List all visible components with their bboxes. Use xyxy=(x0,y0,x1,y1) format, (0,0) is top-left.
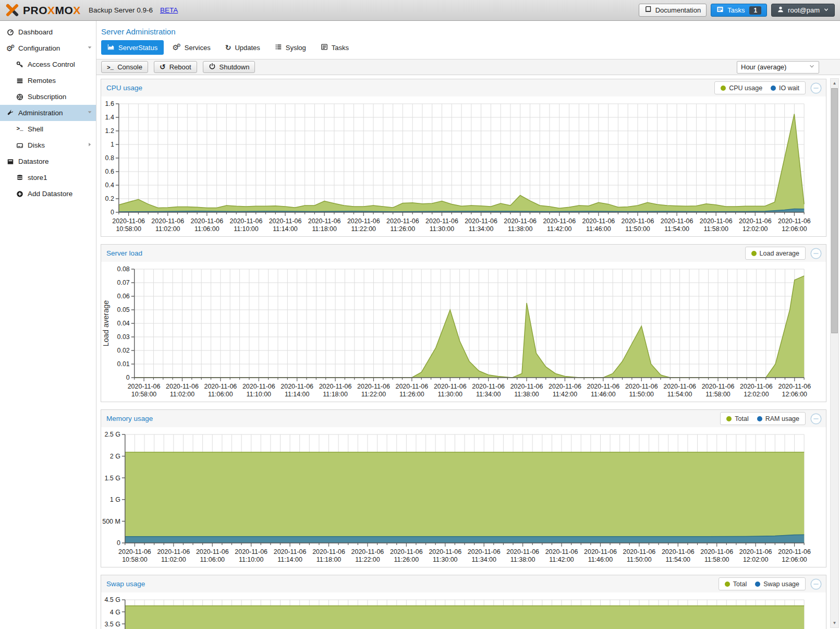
scroll-up-arrow[interactable]: ▲ xyxy=(831,79,838,87)
scrollbar-thumb[interactable] xyxy=(831,88,838,333)
svg-text:2020-11-06: 2020-11-06 xyxy=(429,548,461,555)
sidebar-item-administration[interactable]: Administration xyxy=(0,105,96,121)
svg-text:11:14:00: 11:14:00 xyxy=(273,225,298,233)
svg-text:0: 0 xyxy=(111,209,114,216)
sidebar-item-remotes[interactable]: Remotes xyxy=(0,72,96,89)
svg-text:11:30:00: 11:30:00 xyxy=(437,391,462,398)
svg-text:11:14:00: 11:14:00 xyxy=(277,556,302,563)
tasks-button[interactable]: Tasks 1 xyxy=(711,4,767,17)
svg-text:2020-11-06: 2020-11-06 xyxy=(778,383,811,390)
svg-text:10:58:00: 10:58:00 xyxy=(122,556,147,563)
legend-dot-icon xyxy=(751,251,757,256)
chart-memory-usage: 0500 M1 G1.5 G2 G2.5 G2020-11-0610:58:00… xyxy=(101,427,826,567)
svg-text:11:34:00: 11:34:00 xyxy=(469,225,494,233)
svg-text:11:06:00: 11:06:00 xyxy=(208,391,233,398)
time-range-select[interactable]: Hour (average) xyxy=(737,61,819,74)
vertical-scrollbar[interactable]: ▲ ▼ xyxy=(830,78,839,628)
panel-header: Memory usageTotalRAM usage xyxy=(101,410,826,427)
sidebar-item-datastore[interactable]: Datastore xyxy=(0,153,96,170)
panel-title: Memory usage xyxy=(106,415,153,422)
svg-text:11:02:00: 11:02:00 xyxy=(170,391,195,398)
svg-text:2020-11-06: 2020-11-06 xyxy=(157,548,190,555)
legend-dot-icon xyxy=(755,582,760,587)
svg-text:2020-11-06: 2020-11-06 xyxy=(425,217,458,225)
svg-text:2020-11-06: 2020-11-06 xyxy=(281,383,313,390)
svg-text:2.5 G: 2.5 G xyxy=(104,431,120,438)
svg-text:Load average: Load average xyxy=(102,300,110,347)
sidebar-item-access-control[interactable]: Access Control xyxy=(0,56,96,72)
svg-text:0.6: 0.6 xyxy=(105,168,114,175)
svg-text:0.07: 0.07 xyxy=(117,279,130,286)
collapse-panel-button[interactable] xyxy=(810,82,822,94)
panel-header: CPU usageCPU usageIO wait xyxy=(101,79,826,96)
svg-text:2020-11-06: 2020-11-06 xyxy=(740,383,773,390)
svg-text:12:06:00: 12:06:00 xyxy=(782,391,807,398)
legend-dot-icon xyxy=(771,86,776,91)
sidebar-item-label: Access Control xyxy=(28,61,75,68)
reboot-button[interactable]: ↺Reboot xyxy=(154,61,197,73)
svg-text:0.05: 0.05 xyxy=(117,306,130,313)
tab-tasks[interactable]: Tasks xyxy=(314,40,355,55)
panel-server-load: Server loadLoad average00.010.020.030.04… xyxy=(101,244,826,402)
user-menu-button[interactable]: root@pam xyxy=(771,4,835,17)
collapse-panel-button[interactable] xyxy=(810,578,822,590)
sidebar-item-store1[interactable]: store1 xyxy=(0,170,96,186)
beta-link[interactable]: BETA xyxy=(160,6,178,14)
shutdown-button[interactable]: Shutdown xyxy=(203,61,255,73)
svg-text:2020-11-06: 2020-11-06 xyxy=(319,383,352,390)
svg-text:2020-11-06: 2020-11-06 xyxy=(151,217,184,225)
svg-text:11:30:00: 11:30:00 xyxy=(430,225,455,233)
console-icon: >_ xyxy=(107,63,114,71)
sidebar-item-shell[interactable]: >_Shell xyxy=(0,121,96,137)
terminal-icon: >_ xyxy=(15,126,25,132)
svg-text:12:02:00: 12:02:00 xyxy=(744,391,769,398)
tab-serverstatus[interactable]: ServerStatus xyxy=(101,40,164,55)
gears-icon: ⚙⚙ xyxy=(5,44,16,52)
svg-text:0.03: 0.03 xyxy=(117,333,130,341)
toolbar-buttons: >_Console↺RebootShutdown xyxy=(101,61,255,73)
tab-label: Services xyxy=(185,44,211,52)
collapse-panel-button[interactable] xyxy=(810,413,822,425)
documentation-button[interactable]: Documentation xyxy=(639,4,707,17)
svg-text:11:34:00: 11:34:00 xyxy=(471,556,496,563)
sidebar-item-dashboard[interactable]: Dashboard xyxy=(0,24,96,40)
svg-text:2020-11-06: 2020-11-06 xyxy=(118,548,151,555)
svg-text:11:50:00: 11:50:00 xyxy=(629,391,654,398)
sidebar-item-configuration[interactable]: ⚙⚙Configuration xyxy=(0,40,96,56)
tab-syslog[interactable]: Syslog xyxy=(269,40,312,55)
collapse-panel-button[interactable] xyxy=(810,248,822,259)
svg-text:11:18:00: 11:18:00 xyxy=(312,225,337,233)
svg-text:12:06:00: 12:06:00 xyxy=(782,225,807,233)
svg-text:11:58:00: 11:58:00 xyxy=(703,225,728,233)
panel-memory-usage: Memory usageTotalRAM usage0500 M1 G1.5 G… xyxy=(101,409,826,567)
caret-down-icon[interactable] xyxy=(87,44,93,52)
sidebar-item-add-datastore[interactable]: Add Datastore xyxy=(0,186,96,202)
legend-item-load-average: Load average xyxy=(751,250,799,257)
sidebar-item-subscription[interactable]: Subscription xyxy=(0,89,96,105)
legend-label: CPU usage xyxy=(729,84,762,92)
svg-text:11:58:00: 11:58:00 xyxy=(704,556,729,563)
svg-text:2020-11-06: 2020-11-06 xyxy=(545,548,578,555)
caret-right-icon[interactable] xyxy=(87,141,93,149)
tab-updates[interactable]: ↻Updates xyxy=(219,40,266,55)
svg-text:2020-11-06: 2020-11-06 xyxy=(395,383,428,390)
svg-text:11:22:00: 11:22:00 xyxy=(351,225,376,233)
svg-text:2020-11-06: 2020-11-06 xyxy=(128,383,161,390)
svg-text:2020-11-06: 2020-11-06 xyxy=(386,217,419,225)
svg-text:11:02:00: 11:02:00 xyxy=(161,556,186,563)
svg-text:11:50:00: 11:50:00 xyxy=(625,225,650,233)
svg-text:11:50:00: 11:50:00 xyxy=(627,556,652,563)
svg-text:0: 0 xyxy=(126,374,130,381)
sidebar-item-disks[interactable]: Disks xyxy=(0,137,96,153)
legend-item-io-wait: IO wait xyxy=(771,84,799,92)
tab-services[interactable]: ⚙⚙Services xyxy=(166,40,217,55)
svg-text:11:46:00: 11:46:00 xyxy=(591,391,616,398)
caret-down-icon[interactable] xyxy=(87,109,93,117)
svg-text:2020-11-06: 2020-11-06 xyxy=(351,548,384,555)
svg-text:2020-11-06: 2020-11-06 xyxy=(543,217,576,225)
panel-header: Server loadLoad average xyxy=(101,245,826,262)
svg-text:0.4: 0.4 xyxy=(105,182,114,189)
scroll-down-arrow[interactable]: ▼ xyxy=(831,619,838,627)
console-button[interactable]: >_Console xyxy=(101,61,148,73)
user-icon xyxy=(777,6,784,15)
